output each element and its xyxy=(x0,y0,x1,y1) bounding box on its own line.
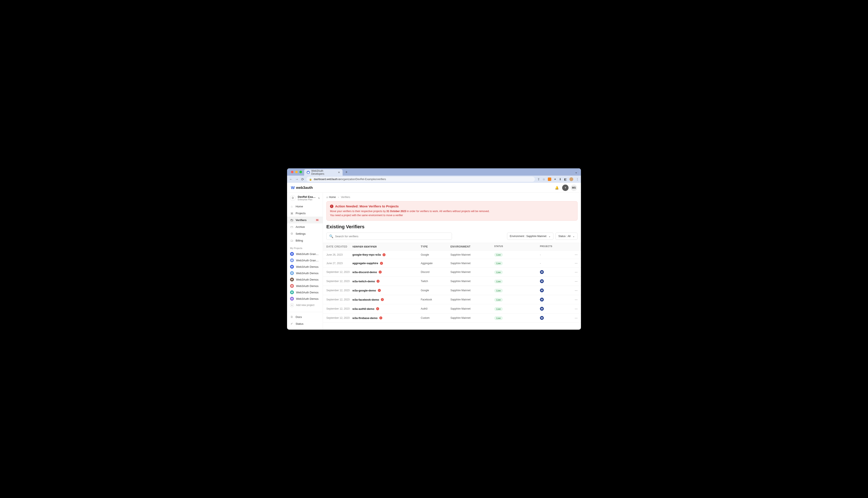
nav-label: Billing xyxy=(296,239,303,242)
sidebar-project-item[interactable]: WWeb3Auth Grand... xyxy=(287,257,323,263)
folder-icon: 🗀 xyxy=(290,218,293,222)
row-actions-button[interactable]: ⋯ xyxy=(569,271,577,274)
cell-projects: W xyxy=(540,270,569,274)
row-actions-button[interactable]: ⋯ xyxy=(569,289,577,292)
forward-button[interactable]: → xyxy=(295,177,298,181)
warning-icon: ! xyxy=(376,307,379,310)
sidebar-project-item[interactable]: WWeb3Auth Demos xyxy=(287,276,323,283)
cell-status: Live xyxy=(494,316,540,319)
project-avatar-icon: W xyxy=(540,288,544,292)
extensions-icon[interactable]: ✦ xyxy=(554,178,557,181)
project-avatar-icon: W xyxy=(290,278,294,281)
warning-icon: ! xyxy=(376,280,380,283)
search-field[interactable] xyxy=(335,235,449,238)
cell-date: September 12, 2023 xyxy=(326,316,353,319)
address-bar: ← → ⟳ 🔒 dashboard.web3auth.io/organizati… xyxy=(287,175,581,183)
search-input[interactable]: 🔍 xyxy=(326,233,452,240)
browser-tab[interactable]: ⬤ Web3Auth Developers ✕ xyxy=(304,169,343,175)
logo-text: web3auth xyxy=(296,186,313,190)
filter-status[interactable]: Status : All⌄ xyxy=(556,233,577,240)
nav-archive[interactable]: 🗃Archive xyxy=(287,223,323,230)
project-avatar-icon: W xyxy=(540,316,544,320)
bookmark-icon[interactable]: ☆ xyxy=(542,178,545,181)
nav-settings[interactable]: ⚙Settings xyxy=(287,230,323,237)
minimize-window-button[interactable] xyxy=(295,171,298,173)
project-name: Web3Auth Demos xyxy=(296,285,318,288)
close-window-button[interactable] xyxy=(291,171,293,173)
plus-icon: + xyxy=(290,303,294,307)
cell-identifier: w3a-auth0-demo! xyxy=(353,307,421,311)
chevron-updown-icon: ⇅ xyxy=(318,197,320,199)
cell-projects: W xyxy=(540,298,569,301)
panel-icon[interactable]: ◧ xyxy=(564,178,567,181)
filter-environment[interactable]: Environment : Sapphire Mainnet⌄ xyxy=(507,233,553,240)
add-project-button[interactable]: +Add new project xyxy=(287,302,323,308)
nav-docs[interactable]: 🗎Docs xyxy=(287,313,323,320)
col-type: TYPE xyxy=(421,245,450,248)
home-icon: ⌂ xyxy=(290,205,293,208)
nav-label: Projects xyxy=(296,212,306,215)
chevron-down-icon: ⌄ xyxy=(548,235,551,238)
table-row: September 12, 2023w3a-twitch-demo!Twitch… xyxy=(323,277,581,286)
user-avatar[interactable]: MS xyxy=(571,185,577,191)
status-badge: Live xyxy=(494,270,503,274)
gear-icon: ⚙ xyxy=(290,232,293,235)
col-projects: PROJECTS xyxy=(540,245,569,248)
row-actions-button[interactable]: ⋯ xyxy=(569,298,577,301)
nav-projects[interactable]: ▣Projects xyxy=(287,210,323,217)
project-name: Web3Auth Demos xyxy=(296,278,318,281)
profile-avatar-icon[interactable] xyxy=(570,177,573,181)
row-actions-button[interactable]: ⋯ xyxy=(569,280,577,283)
url-input[interactable]: 🔒 dashboard.web3auth.io/organization/Dev… xyxy=(306,177,535,182)
project-avatar-icon: W xyxy=(290,265,294,268)
row-actions-button[interactable]: ⋯ xyxy=(569,253,577,256)
row-actions-button[interactable]: ⋯ xyxy=(569,316,577,319)
verifiers-table: DATE CREATED VERIFIER IDENTIFIER TYPE EN… xyxy=(323,243,581,323)
nav-billing[interactable]: 🗂Billing xyxy=(287,237,323,244)
logo-mark-icon: W xyxy=(291,185,295,190)
status-badge: Live xyxy=(494,279,503,283)
notifications-icon[interactable]: 🔔 xyxy=(553,185,560,191)
status-badge: Live xyxy=(494,298,503,302)
row-actions-button[interactable]: ⋯ xyxy=(569,307,577,311)
sidebar-project-item[interactable]: WWeb3Auth Demos xyxy=(287,283,323,289)
sidebar-project-item[interactable]: WWeb3Auth Demos xyxy=(287,270,323,276)
help-icon[interactable]: ? xyxy=(562,185,569,191)
add-project-label: Add new project xyxy=(296,304,315,306)
tabs-dropdown-icon[interactable]: ⌄ xyxy=(573,170,579,174)
back-button[interactable]: ← xyxy=(289,177,293,181)
nav-status[interactable]: ✔Status xyxy=(287,320,323,327)
sidebar-project-item[interactable]: WWeb3Auth Grand... xyxy=(287,251,323,257)
tab-close-icon[interactable]: ✕ xyxy=(338,171,340,174)
reload-button[interactable]: ⟳ xyxy=(301,177,304,181)
warning-icon: ! xyxy=(381,298,384,301)
project-name: Web3Auth Demos xyxy=(296,297,318,300)
project-name: Web3Auth Demos xyxy=(296,291,318,294)
nav-home[interactable]: ⌂Home xyxy=(287,203,323,210)
sidebar-project-item[interactable]: WWeb3Auth Demos xyxy=(287,289,323,296)
docs-icon: 🗎 xyxy=(290,315,293,318)
cell-type: Twitch xyxy=(421,280,450,283)
status-badge: Live xyxy=(494,289,503,292)
sidebar-project-item[interactable]: WWeb3Auth Demos xyxy=(287,263,323,270)
menu-icon[interactable]: ⋮ xyxy=(576,178,579,181)
cell-environment: Sapphire Mainnet xyxy=(450,298,494,301)
new-tab-button[interactable]: ＋ xyxy=(344,170,348,174)
row-actions-button[interactable]: ⋯ xyxy=(569,262,577,265)
metamask-extension-icon[interactable] xyxy=(548,178,551,181)
maximize-window-button[interactable] xyxy=(299,171,302,173)
breadcrumb-current: Verifiers xyxy=(341,196,350,199)
alert-date: 31 October 2023 xyxy=(386,210,406,213)
nav-verifiers[interactable]: 🗀Verifiers66 xyxy=(287,217,323,223)
download-icon[interactable]: ⬇ xyxy=(559,178,562,181)
cell-status: Live xyxy=(494,253,540,256)
sidebar-project-item[interactable]: WWeb3Auth Demos xyxy=(287,296,323,302)
status-badge: Live xyxy=(494,307,503,311)
org-selector[interactable]: D DevRel Exampl... Enterprise Plan ⇅ xyxy=(287,195,323,203)
logo[interactable]: W web3auth xyxy=(291,185,313,190)
alert-text: Move your verifiers to their respective … xyxy=(330,210,386,213)
share-icon[interactable]: ⇪ xyxy=(537,178,540,181)
filter-label: Status : All xyxy=(558,235,571,238)
breadcrumb-home[interactable]: ⌂Home xyxy=(326,196,336,199)
table-row: September 12, 2023w3a-discord-demo!Disco… xyxy=(323,267,581,277)
